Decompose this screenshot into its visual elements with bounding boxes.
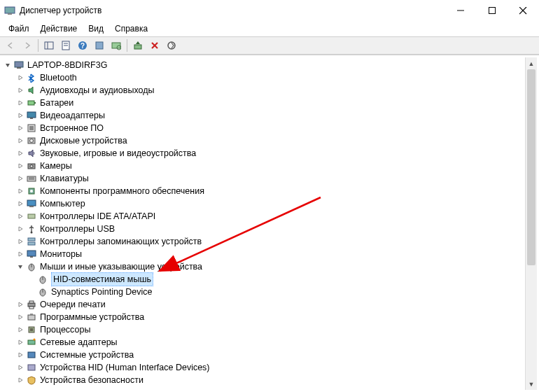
tree-item-label: Мониторы — [40, 248, 82, 260]
tree-category[interactable]: Звуковые, игровые и видеоустройства — [2, 147, 525, 160]
expand-toggle[interactable] — [16, 200, 24, 208]
expand-toggle[interactable] — [16, 262, 24, 271]
tree-item-label: Bluetooth — [40, 71, 77, 84]
tree-category[interactable]: Встроенное ПО — [2, 122, 525, 134]
tree-category[interactable]: Камеры — [2, 160, 525, 172]
mouse-icon — [37, 274, 48, 285]
tree-category[interactable]: Дисковые устройства — [2, 134, 525, 147]
expand-toggle[interactable] — [16, 313, 24, 321]
tree-item-label: Очереди печати — [40, 298, 106, 311]
minimize-button[interactable] — [444, 0, 476, 21]
disable-button[interactable] — [164, 38, 179, 53]
menu-action[interactable]: Действие — [35, 22, 83, 35]
tree-item-label: Компоненты программного обеспечения — [40, 185, 204, 197]
action-button[interactable] — [92, 38, 107, 53]
app-icon — [4, 5, 15, 16]
audio-icon — [26, 85, 37, 96]
tree-item-label: Клавиатуры — [40, 172, 89, 185]
svg-rect-41 — [28, 238, 35, 241]
expand-toggle[interactable] — [16, 363, 24, 372]
device-tree[interactable]: LAPTOP-8BDIRF3GBluetoothАудиовходы и ауд… — [2, 57, 525, 388]
expand-toggle[interactable] — [16, 376, 24, 384]
tree-category[interactable]: Мониторы — [2, 248, 525, 260]
close-button[interactable] — [507, 0, 539, 21]
camera-icon — [26, 160, 37, 172]
vertical-scrollbar[interactable]: ▲ ▼ — [525, 57, 537, 390]
expand-toggle[interactable] — [16, 225, 24, 233]
uninstall-button[interactable] — [147, 38, 162, 53]
tree-category[interactable]: Устройства безопасности — [2, 374, 525, 386]
tree-category[interactable]: Устройства HID (Human Interface Devices) — [2, 361, 525, 374]
tree-category[interactable]: Компоненты программного обеспечения — [2, 185, 525, 197]
expand-toggle[interactable] — [16, 174, 24, 183]
menu-file[interactable]: Файл — [3, 22, 35, 35]
tree-category[interactable]: Видеоадаптеры — [2, 109, 525, 122]
expand-toggle[interactable] — [16, 300, 24, 309]
svg-point-40 — [31, 232, 33, 234]
scroll-up-button[interactable]: ▲ — [526, 57, 537, 69]
tree-category[interactable]: Батареи — [2, 97, 525, 109]
expand-toggle[interactable] — [16, 149, 24, 158]
expand-toggle[interactable] — [16, 187, 24, 195]
tree-category[interactable]: Процессоры — [2, 323, 525, 336]
expand-toggle[interactable] — [16, 212, 24, 220]
svg-rect-51 — [28, 303, 35, 307]
scroll-down-button[interactable]: ▼ — [526, 378, 537, 390]
maximize-button[interactable] — [476, 0, 507, 21]
show-hide-console-button[interactable] — [41, 38, 57, 53]
expand-toggle[interactable] — [16, 99, 24, 107]
expand-toggle[interactable] — [16, 237, 24, 246]
tree-category[interactable]: Очереди печати — [2, 298, 525, 311]
scan-button[interactable] — [108, 38, 124, 53]
expand-toggle[interactable] — [16, 124, 24, 132]
svg-rect-38 — [29, 206, 34, 207]
softdev-icon — [26, 312, 37, 323]
scrollbar-thumb[interactable] — [527, 69, 536, 265]
tree-root[interactable]: LAPTOP-8BDIRF3G — [2, 59, 525, 71]
firmware-icon — [26, 122, 37, 134]
tree-device[interactable]: Synaptics Pointing Device — [2, 286, 525, 298]
help-button[interactable]: ? — [75, 38, 90, 53]
tree-item-label: Аудиовходы и аудиовыходы — [40, 84, 154, 97]
expand-toggle[interactable] — [16, 250, 24, 258]
menu-help[interactable]: Справка — [109, 22, 153, 35]
update-driver-button[interactable] — [130, 38, 146, 53]
tree-category[interactable]: Bluetooth — [2, 71, 525, 84]
tree-item-label: Устройства HID (Human Interface Devices) — [40, 361, 210, 374]
properties-button[interactable] — [58, 38, 74, 53]
menu-view[interactable]: Вид — [83, 22, 109, 35]
tree-item-label: Компьютер — [40, 197, 85, 210]
svg-rect-43 — [27, 251, 36, 256]
tree-category[interactable]: Системные устройства — [2, 349, 525, 361]
tree-item-label: Батареи — [40, 97, 74, 109]
tree-item-label: Процессоры — [40, 323, 90, 336]
tree-item-label: Видеоадаптеры — [40, 109, 105, 122]
tree-device-label: Synaptics Pointing Device — [51, 286, 153, 298]
tree-category[interactable]: Сетевые адаптеры — [2, 336, 525, 349]
expand-toggle[interactable] — [16, 136, 24, 145]
tree-item-label: Мыши и иные указывающие устройства — [40, 260, 202, 273]
expand-toggle[interactable] — [16, 162, 24, 170]
sound-icon — [26, 148, 37, 159]
tree-device-label: HID-совместимая мышь — [51, 272, 153, 286]
tree-category[interactable]: Клавиатуры — [2, 172, 525, 185]
tree-category-mouse[interactable]: Мыши и иные указывающие устройства — [2, 260, 525, 273]
tree-device[interactable]: HID-совместимая мышь — [2, 273, 525, 286]
window-title: Диспетчер устройств — [20, 6, 444, 15]
svg-rect-27 — [29, 126, 34, 130]
tree-category[interactable]: Аудиовходы и аудиовыходы — [2, 84, 525, 97]
svg-rect-21 — [17, 67, 21, 69]
tree-category[interactable]: Контроллеры запоминающих устройств — [2, 235, 525, 248]
tree-category[interactable]: Компьютер — [2, 197, 525, 210]
expand-toggle[interactable] — [16, 74, 24, 82]
expand-toggle[interactable] — [4, 61, 12, 69]
expand-toggle[interactable] — [16, 351, 24, 359]
tree-category[interactable]: Контроллеры USB — [2, 223, 525, 235]
tree-category[interactable]: Программные устройства — [2, 311, 525, 323]
tree-category[interactable]: Контроллеры IDE ATA/ATAPI — [2, 210, 525, 223]
monitor-icon — [26, 248, 37, 260]
expand-toggle[interactable] — [16, 338, 24, 346]
expand-toggle[interactable] — [16, 111, 24, 120]
expand-toggle[interactable] — [16, 86, 24, 94]
expand-toggle[interactable] — [16, 326, 24, 334]
